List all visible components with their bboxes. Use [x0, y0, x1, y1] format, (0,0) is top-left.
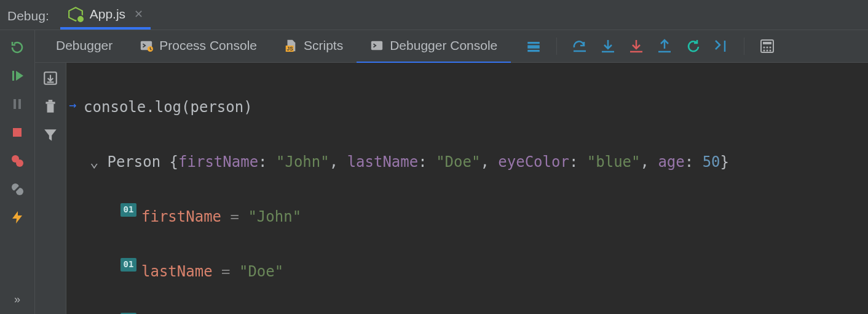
titlebar: Debug: App.js ✕: [0, 0, 868, 30]
svg-marker-11: [12, 211, 22, 223]
drop-frame-icon[interactable]: [685, 38, 701, 54]
file-tab-label: App.js: [90, 7, 125, 22]
console-command: console.log(person): [84, 94, 253, 121]
mute-breakpoints-icon[interactable]: [9, 180, 26, 198]
tab-debugger[interactable]: Debugger: [42, 30, 126, 63]
stop-icon[interactable]: [9, 124, 26, 141]
svg-point-31: [767, 47, 768, 49]
debug-label: Debug:: [0, 9, 60, 30]
debug-tool-window: Debug: App.js ✕: [0, 0, 868, 314]
tab-process-console[interactable]: Process Console: [126, 30, 270, 63]
svg-point-7: [16, 159, 23, 167]
clear-all-icon[interactable]: [42, 99, 58, 115]
svg-rect-16: [371, 41, 382, 50]
svg-marker-2: [16, 71, 23, 81]
svg-rect-29: [763, 42, 771, 44]
console-output[interactable]: → console.log(person) ⌄ Person {firstNam…: [66, 63, 868, 314]
rerun-icon[interactable]: [9, 39, 26, 56]
field-icon: 01: [120, 203, 136, 217]
close-icon[interactable]: ✕: [132, 7, 143, 21]
svg-rect-41: [47, 104, 54, 113]
more-icon[interactable]: »: [9, 291, 26, 308]
file-tab-appjs[interactable]: App.js ✕: [60, 0, 151, 30]
console-icon: [370, 39, 384, 52]
svg-rect-5: [13, 128, 22, 137]
debug-controls-gutter: »: [0, 30, 35, 314]
svg-point-33: [763, 50, 765, 52]
async-stacktrace-icon[interactable]: [9, 209, 26, 226]
js-file-icon: JS: [284, 39, 298, 52]
filter-icon[interactable]: [42, 127, 58, 143]
svg-point-32: [770, 47, 771, 49]
svg-rect-40: [45, 102, 55, 103]
field-icon: 01: [120, 258, 136, 272]
force-step-into-icon[interactable]: [628, 38, 644, 54]
step-over-icon[interactable]: [572, 38, 588, 54]
svg-point-30: [763, 47, 765, 49]
field-row[interactable]: 01lastName = "Doe": [68, 258, 862, 285]
svg-rect-1: [12, 71, 14, 81]
step-into-icon[interactable]: [600, 38, 616, 54]
expand-caret-down-icon[interactable]: ⌄: [90, 148, 98, 175]
svg-point-35: [770, 50, 771, 52]
scroll-to-end-icon[interactable]: [42, 70, 58, 86]
tab-scripts[interactable]: JS Scripts: [270, 30, 357, 63]
step-toolbar: [511, 38, 775, 55]
svg-point-34: [767, 50, 768, 52]
resume-icon[interactable]: [9, 67, 26, 84]
step-out-icon[interactable]: [657, 38, 673, 54]
view-breakpoints-icon[interactable]: [9, 152, 26, 169]
svg-text:JS: JS: [287, 46, 294, 52]
class-name: [98, 148, 107, 175]
field-row[interactable]: 01firstName = "John": [68, 203, 862, 230]
run-to-cursor-icon[interactable]: [713, 38, 729, 54]
console-icon: [140, 39, 153, 52]
console-mini-gutter: [35, 63, 66, 314]
debug-tabs: Debugger Process Console JS Scripts: [35, 30, 868, 63]
svg-marker-42: [44, 129, 57, 140]
input-arrow-icon: →: [68, 94, 84, 116]
svg-rect-3: [14, 99, 16, 109]
svg-rect-39: [49, 100, 53, 102]
show-execution-point-icon[interactable]: [526, 38, 542, 54]
svg-rect-4: [18, 99, 21, 109]
tab-debugger-console[interactable]: Debugger Console: [357, 30, 511, 63]
pause-icon[interactable]: [9, 95, 26, 113]
nodejs-icon: [68, 6, 84, 22]
console-panel: → console.log(person) ⌄ Person {firstNam…: [35, 63, 868, 314]
object-summary-row[interactable]: ⌄ Person {firstName: "John", lastName: "…: [68, 148, 862, 175]
evaluate-expression-icon[interactable]: [759, 38, 775, 54]
